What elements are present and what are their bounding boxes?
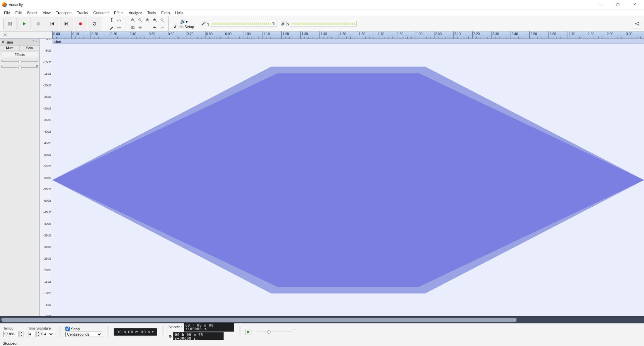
solo-button[interactable]: Solo	[20, 45, 40, 51]
db-label: -25dB	[43, 95, 51, 98]
db-label: -30dB	[43, 107, 51, 110]
transport-group	[2, 17, 104, 30]
multi-tool-button[interactable]	[116, 24, 122, 31]
redo-button[interactable]	[159, 24, 166, 31]
svg-rect-0	[9, 22, 10, 25]
menu-file[interactable]: File	[1, 10, 13, 15]
track-collapse-button[interactable]: ˄	[32, 40, 34, 44]
play-button[interactable]	[17, 17, 31, 30]
maximize-button[interactable]: ▢	[612, 1, 623, 8]
app-icon	[2, 2, 7, 7]
menu-select[interactable]: Select	[24, 10, 40, 15]
clip-title-bar[interactable]: sine ⋯	[52, 39, 644, 44]
timeline-tick: 1.80	[396, 31, 415, 39]
scroll-thumb[interactable]	[1, 318, 517, 322]
track-close-button[interactable]: ✕	[1, 40, 6, 44]
clip-menu-button[interactable]: ⋯	[638, 39, 644, 44]
share-audio-button[interactable]	[632, 19, 642, 29]
menu-extra[interactable]: Extra	[159, 10, 173, 15]
silence-button[interactable]	[137, 24, 143, 31]
envelope-tool-button[interactable]	[116, 17, 122, 23]
track-control-panel: ✕ sine ˄ ⋯ Mute Solo Effects - + L R	[0, 39, 40, 316]
skip-start-button[interactable]	[46, 17, 59, 30]
selection-end-counter[interactable]: 00 h 00 m 03 s+00000 s.	[173, 332, 224, 341]
minimize-button[interactable]: ―	[596, 1, 606, 8]
effects-button[interactable]: Effects	[1, 52, 38, 58]
svg-point-14	[161, 18, 163, 21]
svg-rect-4	[51, 22, 51, 25]
menu-edit[interactable]: Edit	[13, 10, 24, 15]
timesig-num-up[interactable]: ▴	[36, 331, 40, 334]
menu-tracks[interactable]: Tracks	[74, 10, 91, 15]
record-button[interactable]	[74, 17, 87, 30]
close-button[interactable]: ✕	[629, 1, 640, 8]
window-title: Audacity	[9, 3, 596, 7]
zoom-in-button[interactable]	[129, 17, 136, 23]
menu-analyze[interactable]: Analyze	[126, 10, 144, 15]
waveform-shape	[52, 44, 644, 316]
selection-tool-button[interactable]	[108, 17, 115, 23]
timesig-den-select[interactable]: 4	[43, 331, 54, 337]
titlebar: Audacity ― ▢ ✕	[0, 0, 644, 9]
mic-icon[interactable]: 🎤	[201, 21, 206, 26]
gain-slider[interactable]: - +	[1, 59, 38, 64]
fit-project-button[interactable]	[152, 17, 158, 23]
timesig-num-down[interactable]: ▾	[36, 334, 40, 337]
snap-unit-select[interactable]: Centiseconds	[65, 332, 102, 337]
timeline-tick: 0.20	[91, 31, 110, 39]
time-counter[interactable]: 00 h 00 m 00 s ▾	[114, 328, 157, 336]
menu-generate[interactable]: Generate	[91, 10, 111, 15]
tempo-label: Tempo	[3, 327, 23, 330]
pause-button[interactable]	[3, 17, 17, 30]
undo-button[interactable]	[152, 24, 158, 31]
recording-meter[interactable]: ↻	[210, 21, 277, 27]
mute-button[interactable]: Mute	[0, 45, 20, 51]
timeline-tick: 1.50	[339, 31, 358, 39]
menu-transport[interactable]: Transport	[53, 10, 74, 15]
menu-view[interactable]: View	[40, 10, 53, 15]
zoom-out-button[interactable]	[137, 17, 143, 23]
menu-effect[interactable]: Effect	[111, 10, 126, 15]
trim-button[interactable]	[129, 24, 136, 31]
skip-end-button[interactable]	[60, 17, 73, 30]
svg-marker-20	[52, 73, 644, 287]
fit-selection-button[interactable]	[144, 17, 151, 23]
waveform-area[interactable]: sine ⋯	[52, 39, 644, 316]
speaker-small-icon[interactable]: 🔊	[281, 21, 286, 26]
timeline-ruler[interactable]: 0.000.100.200.300.400.500.600.700.800.90…	[52, 31, 644, 39]
track-menu-button[interactable]: ⋯	[35, 40, 39, 44]
selection-start-counter[interactable]: 00 h 00 m 00 s+00000 s.	[184, 323, 234, 332]
toolbar-grip-4[interactable]	[239, 327, 241, 337]
loop-button[interactable]	[88, 17, 101, 30]
tempo-input[interactable]	[3, 331, 19, 337]
draw-tool-button[interactable]	[108, 24, 115, 31]
timeline-tick: 0.40	[129, 31, 148, 39]
playback-speed-slider[interactable]: - +	[256, 330, 293, 334]
timeline-settings-button[interactable]	[0, 31, 52, 39]
menu-help[interactable]: Help	[173, 10, 186, 15]
horizontal-scrollbar[interactable]	[0, 317, 644, 323]
pan-slider[interactable]: L R	[1, 65, 38, 70]
timesig-num-input[interactable]	[28, 331, 36, 337]
audio-setup-button[interactable]: 🔊▸ Audio Setup	[171, 18, 197, 29]
db-label: 0dB	[46, 39, 51, 41]
tempo-down[interactable]: ▾	[19, 334, 23, 337]
zoom-toggle-button[interactable]	[159, 17, 166, 23]
svg-point-8	[79, 22, 82, 25]
timeline-tick: 2.00	[434, 31, 453, 39]
svg-rect-7	[68, 22, 68, 25]
play-at-speed-button[interactable]	[245, 329, 251, 335]
track-name-label[interactable]: sine	[6, 40, 32, 44]
tempo-up[interactable]: ▴	[19, 331, 23, 334]
stop-button[interactable]	[32, 17, 45, 30]
timeline-tick: 0.70	[186, 31, 205, 39]
snap-checkbox[interactable]	[65, 327, 70, 331]
menu-tools[interactable]: Tools	[144, 10, 159, 15]
time-counter-menu[interactable]: ▾	[152, 330, 154, 334]
toolbar-grip-1[interactable]	[59, 327, 61, 337]
toolbar-grip-3[interactable]	[162, 327, 164, 337]
toolbar-grip-2[interactable]	[107, 327, 109, 337]
selection-gear-button[interactable]: ⚙	[169, 334, 172, 339]
db-scale[interactable]: 0dB-5dB-10dB-15dB-20dB-25dB-30dB-35dB-40…	[40, 39, 52, 316]
playback-meter[interactable]	[290, 21, 357, 27]
